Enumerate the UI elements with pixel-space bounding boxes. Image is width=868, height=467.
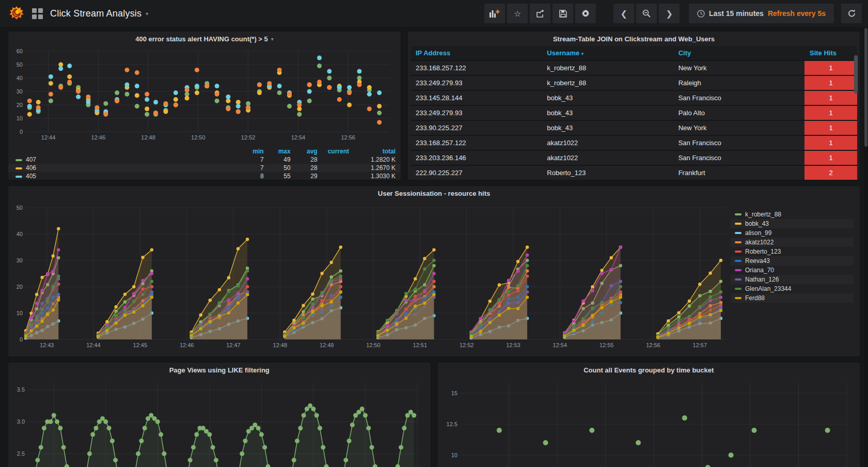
page-scrollbar[interactable] [864, 27, 868, 467]
cell-ip: 222.90.225.227 [411, 165, 542, 180]
series-swatch [735, 232, 741, 234]
svg-text:12:45: 12:45 [133, 342, 148, 348]
legend-current [323, 172, 354, 180]
series-swatch [735, 260, 741, 262]
series-swatch [735, 241, 741, 243]
legend-item-alison_99[interactable]: alison_99 [731, 228, 854, 238]
panel-events-title[interactable]: Count all Events grouped by time bucket [438, 363, 860, 377]
panel-sessions-title[interactable]: User Sessionisation - resource hits [8, 186, 860, 200]
cell-username: bobk_43 [542, 90, 673, 105]
legend-avg: 29 [296, 172, 323, 180]
svg-text:12:56: 12:56 [646, 342, 660, 348]
legend-item-Ferd88[interactable]: Ferd88 [731, 293, 854, 303]
pageviews-line-chart[interactable]: 2.02.53.03.5 [8, 377, 421, 467]
add-panel-button[interactable] [484, 4, 505, 23]
svg-text:20: 20 [17, 102, 23, 108]
svg-text:12.5: 12.5 [446, 421, 457, 427]
table-row: 233.168.257.122k_robertz_88New York1 [411, 60, 857, 75]
series-swatch [735, 278, 741, 281]
time-picker-button[interactable]: Last 15 minutes Refresh every 5s [689, 4, 834, 23]
cell-username: k_robertz_88 [542, 60, 673, 75]
series-swatch [735, 297, 741, 299]
series-name[interactable]: 407 [26, 156, 36, 163]
table-scrollbar[interactable] [854, 55, 858, 94]
star-icon: ☆ [514, 9, 521, 19]
svg-text:50: 50 [17, 205, 23, 211]
panel-pageviews-title[interactable]: Page Views using LIKE filtering [8, 363, 431, 377]
join-col-ip-address[interactable]: IP Address [411, 46, 542, 60]
cell-ip: 233.168.257.122 [411, 135, 542, 150]
zoom-out-button[interactable] [636, 4, 657, 23]
dashboard-title-dropdown[interactable]: Click Stream Analysis ▾ [50, 8, 148, 19]
time-forward-button[interactable]: ❯ [659, 4, 680, 23]
svg-text:15: 15 [451, 390, 457, 396]
legend-row: 407749281.2820 K [8, 155, 401, 164]
legend-col-max[interactable]: max [269, 147, 296, 155]
svg-text:12:52: 12:52 [460, 342, 474, 348]
svg-text:12:54: 12:54 [553, 342, 567, 348]
time-back-button[interactable]: ❮ [613, 4, 634, 23]
series-name: GlenAlan_23344 [745, 285, 791, 292]
clock-icon [697, 10, 705, 18]
sessions-line-chart[interactable]: 0102030405012:4312:4412:4512:4612:4712:4… [8, 200, 729, 353]
panel-join-title[interactable]: Stream-Table JOIN on Clickstream and Web… [408, 32, 860, 46]
series-name[interactable]: 405 [26, 173, 36, 180]
series-name: Ferd88 [745, 294, 765, 302]
series-name: Reeva43 [745, 257, 770, 264]
refresh-dashboard-button[interactable] [841, 4, 862, 23]
series-name: Roberto_123 [745, 248, 781, 255]
legend-item-akatz1022[interactable]: akatz1022 [731, 238, 854, 247]
cell-ip: 233.249.279.93 [411, 105, 542, 120]
legend-item-Oriana_70[interactable]: Oriana_70 [731, 266, 854, 275]
legend-item-k_robertz_88[interactable]: k_robertz_88 [731, 210, 854, 219]
svg-text:0: 0 [20, 129, 23, 135]
series-name: bobk_43 [745, 220, 769, 227]
legend-item-Nathan_126[interactable]: Nathan_126 [731, 275, 854, 284]
legend-col-avg[interactable]: avg [296, 147, 323, 155]
sessions-legend: k_robertz_88bobk_43alison_99akatz1022Rob… [729, 200, 858, 353]
refresh-interval-label: Refresh every 5s [768, 9, 826, 18]
legend-col-current[interactable]: current [323, 147, 354, 155]
zoom-out-icon [642, 9, 651, 18]
series-swatch [15, 176, 22, 178]
series-swatch [735, 251, 741, 253]
star-dashboard-button[interactable]: ☆ [507, 4, 528, 23]
svg-text:12:47: 12:47 [226, 342, 241, 348]
cell-site-hits: 1 [804, 135, 857, 150]
events-scatter-chart[interactable]: 7.51012.515 [438, 377, 851, 467]
cell-city: San Francisco [673, 135, 804, 150]
cell-site-hits: 1 [804, 150, 857, 165]
legend-item-bobk_43[interactable]: bobk_43 [731, 219, 854, 228]
svg-text:10: 10 [451, 452, 457, 458]
navbar: Click Stream Analysis ▾ ☆ [0, 0, 868, 27]
join-col-username[interactable]: Username ▾ [542, 46, 673, 60]
errors-scatter-chart[interactable]: 010203040506012:4412:4612:4812:5012:5212… [8, 46, 394, 144]
series-swatch [735, 223, 741, 225]
chevron-down-icon: ▾ [271, 36, 274, 42]
grafana-logo[interactable] [8, 5, 25, 22]
series-name[interactable]: 406 [26, 164, 36, 172]
panel-400-errors-title[interactable]: 400 error status alert HAVING count(*) >… [8, 32, 401, 46]
legend-col-min[interactable]: min [242, 147, 269, 155]
legend-total: 1.2820 K [354, 155, 401, 164]
series-name: akatz1022 [745, 239, 774, 246]
svg-text:3.0: 3.0 [17, 418, 25, 425]
svg-text:12:49: 12:49 [320, 342, 334, 348]
legend-item-Roberto_123[interactable]: Roberto_123 [731, 247, 854, 256]
cell-username: Roberto_123 [542, 165, 673, 180]
dashboards-grid-icon[interactable] [32, 8, 43, 19]
legend-col-total[interactable]: total [354, 147, 401, 155]
svg-text:12:50: 12:50 [191, 134, 206, 141]
join-col-city[interactable]: City [673, 46, 804, 60]
share-dashboard-button[interactable] [530, 4, 550, 23]
svg-text:50: 50 [17, 61, 23, 68]
join-col-site-hits[interactable]: Site Hits [804, 46, 857, 60]
legend-item-GlenAlan_23344[interactable]: GlenAlan_23344 [731, 284, 854, 293]
series-swatch [15, 159, 22, 161]
cell-username: akatz1022 [542, 150, 673, 165]
dashboard-settings-button[interactable] [575, 4, 596, 23]
svg-text:30: 30 [17, 257, 23, 263]
save-dashboard-button[interactable] [553, 4, 573, 23]
legend-item-Reeva43[interactable]: Reeva43 [731, 256, 854, 266]
legend-total: 1.3030 K [354, 172, 401, 180]
